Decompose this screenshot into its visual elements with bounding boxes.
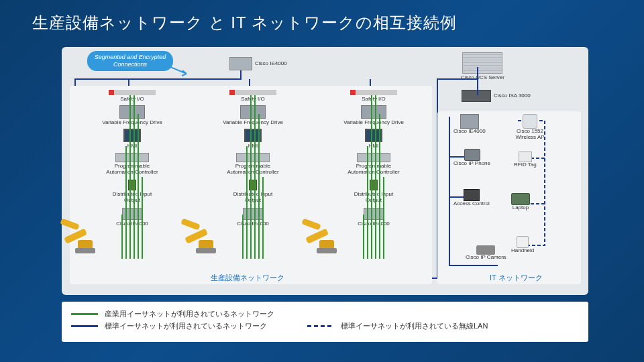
production-zone-title: 生産設備ネットワーク <box>211 273 284 283</box>
pac: Programmable Automation Controller <box>74 149 191 176</box>
isa-3000: Cisco ISA 3000 <box>462 90 531 102</box>
switch-icon <box>364 208 384 220</box>
production-cell-1: Safety I/O Variable Frequency Drive HMI … <box>74 87 191 274</box>
isa-label: Cisco ISA 3000 <box>494 93 531 99</box>
pac-icon <box>115 153 149 162</box>
ucs-server: Cisco UCS Server <box>461 52 504 81</box>
diagram-panel: Segmented and Encrypted Connections Cisc… <box>62 47 588 295</box>
top-switch: Cisco IE4000 <box>229 57 287 70</box>
slide-title: 生産設備ネットワーク と IT ネットワークの相互接続例 <box>0 0 644 34</box>
production-cell-3: Safety I/O Variable Frequency Drive HMI … <box>315 87 432 274</box>
firewall-icon <box>462 90 491 102</box>
ip-camera: Cisco IP Camera <box>466 245 506 261</box>
switch-icon <box>229 57 252 70</box>
vfd: Variable Frequency Drive <box>74 103 191 126</box>
robot-arm-icon <box>60 219 101 259</box>
top-switch-label: Cisco IE4000 <box>255 61 287 67</box>
safety-io: Safety I/O <box>74 87 191 103</box>
access-icon <box>464 189 480 201</box>
server-icon <box>462 52 502 74</box>
ap-icon <box>523 114 537 129</box>
handheld-icon <box>517 236 529 248</box>
it-ie4000: Cisco IE4000 <box>453 114 486 135</box>
ip-phone: Cisco IP Phone <box>453 149 490 167</box>
pac: Programmable Automation Controller <box>315 149 432 176</box>
dio-icon <box>249 180 257 190</box>
robot-arm-icon <box>181 219 221 259</box>
hmi: HMI <box>74 126 191 149</box>
switch-icon <box>243 208 263 220</box>
vfd: Variable Frequency Drive <box>315 103 432 126</box>
safety-io: Safety I/O <box>195 87 311 103</box>
it-zone: Cisco IE4000 Cisco IP Phone Access Contr… <box>437 111 581 284</box>
laptop: Laptop <box>511 193 530 211</box>
production-zone: 生産設備ネットワーク Safety I/O Variable Frequency… <box>70 86 432 284</box>
robot-arm-icon <box>302 219 342 259</box>
production-cell-2: Safety I/O Variable Frequency Drive HMI … <box>195 87 311 274</box>
legend-wireless: 標準イーサネットが利用されている無線LAN <box>341 321 488 331</box>
dio: Distributed Input Output <box>195 176 311 204</box>
hmi-icon <box>365 129 382 142</box>
it-zone-title: IT ネットワーク <box>490 273 543 283</box>
hmi: HMI <box>195 126 311 149</box>
dio-icon <box>128 180 136 190</box>
hmi-icon <box>244 129 262 142</box>
dio: Distributed Input Output <box>315 176 432 204</box>
safety-io: Safety I/O <box>315 87 432 103</box>
laptop-icon <box>511 193 530 205</box>
safety-io-icon <box>109 90 156 95</box>
safety-io-icon <box>350 90 397 95</box>
legend-industrial: 産業用イーサネットが利用されているネットワーク <box>105 309 274 319</box>
ucs-label: Cisco UCS Server <box>461 75 504 81</box>
dio-icon <box>370 180 378 190</box>
switch-icon <box>460 114 479 129</box>
legend: 産業用イーサネットが利用されているネットワーク 標準イーサネットが利用されている… <box>62 302 588 342</box>
vfd-icon <box>119 105 145 119</box>
switch-icon <box>122 208 142 220</box>
hmi-icon <box>123 129 141 142</box>
dio: Distributed Input Output <box>74 176 191 204</box>
vfd-icon <box>240 105 266 119</box>
camera-icon <box>476 245 495 255</box>
callout-badge: Segmented and Encrypted Connections <box>87 51 173 71</box>
wireless-ap: Cisco 1552 Wireless AP <box>511 114 549 141</box>
pac-icon <box>236 153 270 162</box>
pac-icon <box>357 153 390 162</box>
vfd: Variable Frequency Drive <box>195 103 311 126</box>
legend-line-industrial <box>71 313 98 315</box>
rfid-icon <box>519 152 532 162</box>
legend-line-wireless <box>307 325 334 327</box>
pac: Programmable Automation Controller <box>195 149 311 176</box>
access-control: Access Control <box>453 189 490 207</box>
phone-icon <box>464 149 480 161</box>
safety-io-icon <box>229 90 276 95</box>
hmi: HMI <box>315 126 432 149</box>
legend-standard: 標準イーサネットが利用されているネットワーク <box>105 321 267 331</box>
handheld: Handheld <box>511 236 534 254</box>
vfd-icon <box>361 105 386 119</box>
rfid-tag: RFID Tag <box>514 152 537 168</box>
legend-line-standard <box>71 325 98 327</box>
